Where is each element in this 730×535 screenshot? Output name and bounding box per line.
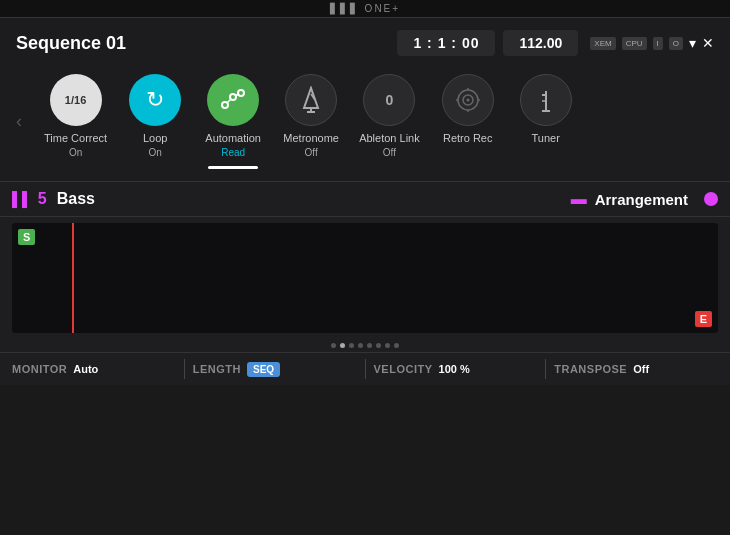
- cpu-badge: CPU: [622, 37, 647, 50]
- dot-1: [331, 343, 336, 348]
- divider-2: [365, 359, 366, 379]
- control-time-correct[interactable]: 1/16 Time Correct On: [44, 74, 107, 158]
- waveform-svg: // Generated inline bars: [12, 223, 718, 333]
- dot-5: [367, 343, 372, 348]
- track-section: ▌▌ 5 Bass ▬ Arrangement S E: [0, 182, 730, 385]
- velocity-value[interactable]: 100 %: [439, 363, 470, 375]
- top-bar: ▋▋▋ ONE+: [0, 0, 730, 18]
- transpose-value[interactable]: Off: [633, 363, 649, 375]
- top-bar-text: ▋▋▋ ONE+: [330, 3, 400, 14]
- retro-rec-icon: [455, 87, 481, 113]
- bpm-display[interactable]: 112.00: [503, 30, 578, 56]
- automation-underline: [208, 166, 258, 169]
- controls-row: ‹ 1/16 Time Correct On ↻ Loop On: [16, 70, 714, 173]
- bottom-controls: MONITOR Auto LENGTH SEQ VELOCITY 100 % T…: [0, 352, 730, 385]
- divider-1: [184, 359, 185, 379]
- waveform-start-label: S: [18, 229, 35, 245]
- track-header: ▌▌ 5 Bass ▬ Arrangement: [0, 182, 730, 217]
- dot-8: [394, 343, 399, 348]
- dot-2: [340, 343, 345, 348]
- loop-circle[interactable]: ↻: [129, 74, 181, 126]
- transpose-label: TRANSPOSE: [554, 363, 627, 375]
- dot-3: [349, 343, 354, 348]
- retro-rec-circle[interactable]: [442, 74, 494, 126]
- monitor-label: MONITOR: [12, 363, 67, 375]
- tuner-label: Tuner: [532, 132, 560, 145]
- velocity-group: VELOCITY 100 %: [374, 363, 538, 375]
- svg-point-2: [238, 90, 244, 96]
- close-icon[interactable]: ✕: [702, 35, 714, 51]
- dot-4: [358, 343, 363, 348]
- tuner-circle[interactable]: [520, 74, 572, 126]
- time-correct-circle[interactable]: 1/16: [50, 74, 102, 126]
- ableton-link-sublabel: Off: [383, 147, 396, 158]
- length-label: LENGTH: [193, 363, 241, 375]
- loop-icon: ↻: [146, 87, 164, 113]
- time-correct-icon: 1/16: [65, 94, 86, 106]
- automation-icon: [220, 87, 246, 113]
- control-loop[interactable]: ↻ Loop On: [125, 74, 185, 158]
- track-number: 5: [38, 190, 47, 208]
- header-section: Sequence 01 1 : 1 : 00 112.00 XEM CPU I …: [0, 18, 730, 182]
- automation-sublabel: Read: [221, 147, 245, 158]
- wifi-icon: ▾: [689, 35, 696, 51]
- ableton-link-circle[interactable]: 0: [363, 74, 415, 126]
- sequence-title: Sequence 01: [16, 33, 397, 54]
- svg-marker-5: [304, 88, 318, 108]
- retro-rec-label: Retro Rec: [443, 132, 493, 145]
- ableton-link-icon: 0: [386, 92, 394, 108]
- time-display[interactable]: 1 : 1 : 00: [397, 30, 495, 56]
- waveform-area[interactable]: S E // Generated inline bars: [12, 223, 718, 333]
- track-name: Bass: [57, 190, 571, 208]
- loop-label: Loop: [143, 132, 167, 145]
- track-bars-icon: ▌▌: [12, 191, 32, 207]
- dot-7: [385, 343, 390, 348]
- o-badge: O: [669, 37, 683, 50]
- arrangement-dot: [704, 192, 718, 206]
- automation-label: Automation: [205, 132, 261, 145]
- time-correct-label: Time Correct: [44, 132, 107, 145]
- monitor-value[interactable]: Auto: [73, 363, 98, 375]
- metronome-label: Metronome: [283, 132, 339, 145]
- loop-sublabel: On: [148, 147, 161, 158]
- monitor-group: MONITOR Auto: [12, 363, 176, 375]
- svg-point-11: [466, 99, 469, 102]
- control-ableton-link[interactable]: 0 Ableton Link Off: [359, 74, 420, 158]
- ableton-link-label: Ableton Link: [359, 132, 420, 145]
- length-group: LENGTH SEQ: [193, 362, 357, 377]
- automation-circle[interactable]: [207, 74, 259, 126]
- metronome-sublabel: Off: [305, 147, 318, 158]
- metronome-icon: [298, 86, 324, 114]
- arrangement-icon: ▬: [571, 190, 587, 208]
- page-dots: [0, 339, 730, 352]
- length-badge[interactable]: SEQ: [247, 362, 280, 377]
- nav-arrow-left[interactable]: ‹: [16, 111, 22, 132]
- dot-6: [376, 343, 381, 348]
- metronome-circle[interactable]: [285, 74, 337, 126]
- waveform-end-label: E: [695, 311, 712, 327]
- control-automation[interactable]: Automation Read: [203, 74, 263, 169]
- arrangement-label: Arrangement: [595, 191, 688, 208]
- control-metronome[interactable]: Metronome Off: [281, 74, 341, 158]
- i-badge: I: [653, 37, 663, 50]
- velocity-label: VELOCITY: [374, 363, 433, 375]
- control-retro-rec[interactable]: Retro Rec: [438, 74, 498, 145]
- control-tuner[interactable]: Tuner: [516, 74, 576, 145]
- time-correct-sublabel: On: [69, 147, 82, 158]
- xem-badge: XEM: [590, 37, 615, 50]
- transpose-group: TRANSPOSE Off: [554, 363, 718, 375]
- divider-3: [545, 359, 546, 379]
- tuner-icon: [534, 87, 558, 113]
- svg-line-3: [227, 99, 231, 103]
- playhead-line: [72, 223, 74, 333]
